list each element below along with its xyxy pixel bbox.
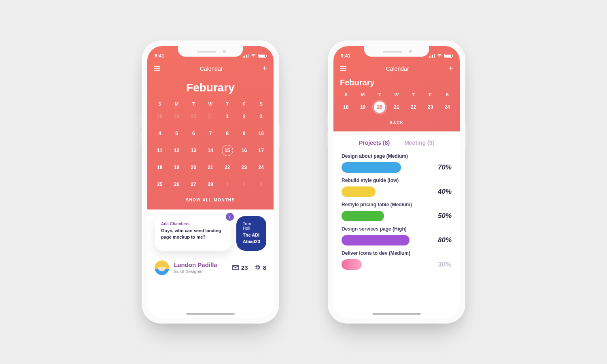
calendar-header: 9:41 Calendar + Feburary SMTWTFS 2829303… <box>147 46 274 210</box>
projects-panel: Projects (8)Meeting (3) Design about pag… <box>333 131 460 271</box>
calendar-day[interactable]: 27 <box>185 176 202 193</box>
calendar-day[interactable]: 28 <box>151 108 168 125</box>
project-progress-row: 70% <box>342 162 452 173</box>
calendar-day[interactable]: 2 <box>236 176 253 193</box>
calendar-day[interactable]: 7 <box>202 125 219 142</box>
progress-fill <box>342 259 362 270</box>
tab[interactable]: Projects (8) <box>359 140 390 146</box>
calendar-day[interactable]: 18 <box>151 159 168 176</box>
calendar-day[interactable]: 23 <box>422 99 439 116</box>
message-author: Tom Holl <box>243 222 260 231</box>
progress-fill <box>342 186 376 197</box>
calendar-day[interactable]: 3 <box>253 176 270 193</box>
signal-icon <box>243 54 249 58</box>
menu-icon[interactable] <box>340 66 346 71</box>
project-name: Deliver icons to dev (Medium) <box>342 250 452 256</box>
calendar-day[interactable]: 25 <box>151 176 168 193</box>
calendar-day[interactable]: 6 <box>185 125 202 142</box>
calendar-day[interactable]: 11 <box>151 142 168 159</box>
calendar-day[interactable]: 20 <box>185 159 202 176</box>
phone-frame-month: 9:41 Calendar + Feburary SMTWTFS 2829303… <box>142 40 279 324</box>
calendar-day[interactable]: 1 <box>219 108 236 125</box>
screen-title: Calendar <box>200 66 223 72</box>
home-indicator[interactable] <box>372 313 421 315</box>
calendar-day[interactable]: 10 <box>253 125 270 142</box>
calendar-day[interactable]: 15 <box>219 142 236 159</box>
home-indicator[interactable] <box>186 313 235 315</box>
calendar-header-week: 9:41 Calendar + Feburary SMTWTFS 1819202… <box>333 46 460 131</box>
calendar-day[interactable]: 18 <box>337 99 354 116</box>
calendar-day[interactable]: 4 <box>151 125 168 142</box>
progress-track <box>342 235 427 245</box>
user-text: Landon Padilla Sr. UI Designer <box>174 262 217 274</box>
calendar-day[interactable]: 30 <box>185 108 202 125</box>
stat-settings[interactable]: 8 <box>255 264 266 271</box>
calendar-day[interactable]: 2 <box>236 108 253 125</box>
weekday-label: S <box>151 97 168 108</box>
calendar-day[interactable]: 29 <box>168 108 185 125</box>
weekday-label: S <box>337 88 354 99</box>
progress-track <box>342 162 427 173</box>
calendar-day[interactable]: 13 <box>185 142 202 159</box>
calendar-day[interactable]: 31 <box>202 108 219 125</box>
calendar-day[interactable]: 22 <box>405 99 422 116</box>
calendar-day[interactable]: 21 <box>388 99 405 116</box>
calendar-day[interactable]: 20 <box>371 99 388 116</box>
calendar-day[interactable]: 12 <box>168 142 185 159</box>
project-item[interactable]: Design about page (Medium)70% <box>333 150 460 174</box>
weekday-label: M <box>354 88 371 99</box>
calendar-day[interactable]: 17 <box>253 142 270 159</box>
calendar-day[interactable]: 24 <box>253 159 270 176</box>
project-item[interactable]: Design services page (High)80% <box>333 223 460 247</box>
calendar-day[interactable]: 5 <box>168 125 185 142</box>
project-progress-row: 30% <box>342 259 452 270</box>
status-time: 9:41 <box>341 53 350 59</box>
screen: 9:41 Calendar + Feburary SMTWTFS 2829303… <box>147 46 274 318</box>
project-progress-row: 40% <box>342 186 452 197</box>
stat-mail-count: 23 <box>241 264 248 271</box>
weekday-label: F <box>422 88 439 99</box>
calendar-day[interactable]: 19 <box>354 99 371 116</box>
project-item[interactable]: Rebulid style guide (low)40% <box>333 174 460 199</box>
add-icon[interactable]: + <box>448 64 453 73</box>
wifi-icon <box>437 54 442 58</box>
info-icon[interactable]: i <box>226 213 234 221</box>
message-card[interactable]: Ada ChambersGuys, who can send landing p… <box>155 216 231 251</box>
project-item[interactable]: Restyle pricing table (Medium)50% <box>333 199 460 223</box>
calendar-day[interactable]: 9 <box>236 125 253 142</box>
calendar-day[interactable]: 8 <box>219 125 236 142</box>
user-stats: 23 8 <box>232 264 266 271</box>
progress-track <box>342 211 427 221</box>
month-label: Feburary <box>333 78 460 87</box>
stat-settings-count: 8 <box>263 264 266 271</box>
tab[interactable]: Meeting (3) <box>404 140 434 146</box>
progress-track <box>342 259 427 270</box>
calendar-day[interactable]: 21 <box>202 159 219 176</box>
weekday-header: SMTWTFS <box>333 88 460 99</box>
calendar-day[interactable]: 22 <box>219 159 236 176</box>
calendar-day[interactable]: 23 <box>236 159 253 176</box>
add-icon[interactable]: + <box>262 64 267 73</box>
project-item[interactable]: Deliver icons to dev (Medium)30% <box>333 247 460 271</box>
status-icons <box>243 54 267 58</box>
menu-icon[interactable] <box>154 66 160 71</box>
progress-percent: 50% <box>438 212 452 220</box>
calendar-day[interactable]: 16 <box>236 142 253 159</box>
calendar-day[interactable]: 19 <box>168 159 185 176</box>
screen-title: Calendar <box>386 66 409 72</box>
calendar-day[interactable]: 26 <box>168 176 185 193</box>
calendar-day[interactable]: 3 <box>253 108 270 125</box>
calendar-day[interactable]: 1 <box>219 176 236 193</box>
calendar-day[interactable]: 14 <box>202 142 219 159</box>
show-all-months-button[interactable]: SHOW ALL MONTHS <box>147 193 274 209</box>
stat-mail[interactable]: 23 <box>232 264 248 271</box>
calendar-day[interactable]: 24 <box>439 99 456 116</box>
back-button[interactable]: BACK <box>333 116 460 131</box>
calendar-day[interactable]: 28 <box>202 176 219 193</box>
weekday-label: T <box>405 88 422 99</box>
project-name: Restyle pricing table (Medium) <box>342 202 452 207</box>
battery-icon <box>444 54 452 58</box>
activity-panel: Ada ChambersGuys, who can send landing p… <box>147 210 274 275</box>
user-summary: Landon Padilla Sr. UI Designer 23 8 <box>147 256 274 275</box>
message-card[interactable]: Tom HollThe ADI Abiad23 <box>236 216 266 251</box>
